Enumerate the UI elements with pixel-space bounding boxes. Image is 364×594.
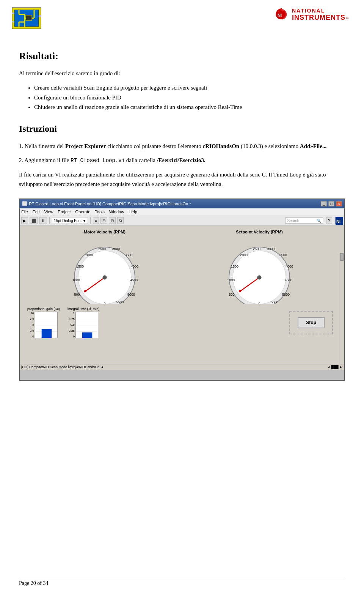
gauge2-label: Setpoint Velocity (RPM) (236, 230, 282, 234)
toolbar-resize-btn[interactable]: ⊡ (109, 217, 116, 224)
svg-text:3000: 3000 (112, 247, 120, 251)
svg-text:0: 0 (258, 302, 260, 304)
step1-bold2: cRIOHandsOn (203, 143, 240, 149)
bar-chart-proportional: proportional gain (Kc) 10 7.5 5 2.5 0 (27, 307, 60, 338)
window-menubar: File Edit View Project Operate Tools Win… (20, 208, 344, 216)
main-content: Risultati: Al termine dell'esercizio sar… (0, 47, 364, 403)
menu-project[interactable]: Project (58, 210, 71, 214)
toolbar-help-btn[interactable]: ? (326, 217, 332, 224)
svg-text:500: 500 (74, 293, 80, 296)
intro-text: Al termine dell'esercizio saremo in grad… (19, 69, 345, 78)
gauge1-label: Motor Velocity (RPM) (84, 230, 126, 234)
list-item: Creare delle variabili Scan Engine da pr… (34, 83, 345, 93)
step2-bold: /Esercizi/Esercizio3. (157, 157, 206, 163)
ni-national-text: NATIONAL (292, 8, 349, 14)
menu-file[interactable]: File (21, 210, 28, 214)
toolbar-stop-btn[interactable]: ⬛ (30, 217, 38, 224)
gauge-motor-velocity: Motor Velocity (RPM) 500 1000 1500 2000 … (69, 230, 141, 304)
toolbar-dist-btn[interactable]: ⊞ (100, 217, 107, 224)
toolbar-order-btn[interactable]: ⧉ (117, 217, 124, 224)
svg-text:1500: 1500 (231, 265, 238, 268)
scrollbar-right[interactable] (339, 252, 344, 364)
scrollbar-thumb[interactable] (340, 253, 344, 261)
window-toolbar: ▶ ⬛ ⏸ 15pt Dialog Font ▼ ≡ ⊞ ⊡ ⧉ Search … (20, 216, 344, 226)
window-controls[interactable]: _ □ ✕ (321, 201, 342, 206)
toolbar-sep2 (90, 217, 91, 224)
menu-view[interactable]: View (44, 210, 53, 214)
svg-text:3500: 3500 (125, 253, 132, 257)
svg-text:5500: 5500 (116, 300, 124, 304)
dropdown-arrow: ▼ (82, 219, 86, 223)
step1-text: Nella finestra del (25, 143, 65, 149)
front-panel: Motor Velocity (RPM) 500 1000 1500 2000 … (20, 226, 344, 370)
toolbar-search-box[interactable]: Search 🔍 (285, 217, 323, 224)
search-icon: 🔍 (317, 219, 321, 223)
bar-chart-integral: integral time (Ti, min) 1 0.75 0.5 0.25 … (67, 307, 99, 338)
svg-text:4500: 4500 (285, 278, 292, 282)
close-button[interactable]: ✕ (336, 201, 342, 206)
menu-tools[interactable]: Tools (95, 210, 105, 214)
menu-operate[interactable]: Operate (75, 210, 91, 214)
svg-rect-11 (39, 15, 41, 17)
svg-text:2000: 2000 (240, 253, 248, 257)
svg-rect-12 (26, 15, 32, 20)
toolbar-pause-btn[interactable]: ⏸ (39, 217, 47, 224)
svg-text:4500: 4500 (130, 278, 138, 282)
svg-point-48 (257, 276, 261, 279)
list-item: Configurare un blocco funzionale PID (34, 93, 345, 103)
step1-bold3: Add»File... (300, 143, 326, 149)
svg-rect-55 (42, 329, 52, 338)
step2-num: 2. (19, 157, 24, 163)
svg-rect-61 (82, 332, 92, 338)
gauges-row: Motor Velocity (RPM) 500 1000 1500 2000 … (20, 226, 344, 304)
window-title: RT Closed Loop.vi Front Panel on [HO] Co… (27, 202, 321, 206)
svg-text:2000: 2000 (85, 253, 93, 257)
svg-text:3000: 3000 (267, 247, 275, 251)
svg-point-49 (239, 290, 241, 292)
statusbar-scroll: ◄ ███ ► (327, 365, 343, 369)
menu-window[interactable]: Window (109, 210, 124, 214)
ni-logo: NI NATIONAL INSTRUMENTS ™ (275, 7, 349, 22)
toolbar-font-dropdown[interactable]: 15pt Dialog Font ▼ (52, 217, 88, 224)
step1-num: 1. (19, 143, 25, 149)
svg-text:5000: 5000 (127, 293, 135, 296)
list-item: Chiudere un anello di reazione grazie al… (34, 102, 345, 112)
bar2-label: integral time (Ti, min) (67, 307, 99, 311)
step-2: 2. Aggiungiamo il file RT Closed Loop.vi… (19, 156, 345, 165)
font-label: 15pt Dialog Font (54, 219, 82, 223)
page-header: NI NATIONAL INSTRUMENTS ™ (0, 0, 364, 35)
step2-suffix: dalla cartella (126, 157, 157, 163)
svg-text:4000: 4000 (286, 265, 293, 268)
toolbar-align-btn[interactable]: ≡ (93, 217, 99, 224)
toolbar-run-btn[interactable]: ▶ (21, 217, 28, 224)
step1-bold1: Project Explorer (65, 143, 106, 149)
svg-text:5500: 5500 (271, 300, 278, 304)
svg-text:1000: 1000 (227, 278, 235, 282)
para-1: Il file carica un VI realizzato parzialm… (19, 170, 345, 189)
step2-code: RT Closed Loop.vi (71, 158, 125, 164)
svg-rect-10 (12, 21, 14, 22)
step-1: 1. Nella finestra del Project Explorer c… (19, 142, 345, 151)
svg-text:0: 0 (104, 302, 105, 304)
maximize-button[interactable]: □ (328, 201, 334, 206)
ni-tm: ™ (346, 17, 349, 20)
search-placeholder: Search (287, 219, 299, 223)
stop-button[interactable]: Stop (298, 317, 325, 328)
svg-text:NI: NI (278, 13, 282, 17)
window-statusbar: [HO] CompactRIO Scan Mode.lvproj/cRIOHan… (20, 364, 344, 370)
minimize-button[interactable]: _ (321, 201, 327, 206)
step1-paren: (10.0.0.3) e selezioniamo (241, 143, 300, 149)
toolbar-ni-icon: NI (335, 217, 343, 224)
svg-text:5000: 5000 (282, 293, 290, 296)
svg-text:2500: 2500 (98, 247, 106, 251)
section-title: Risultati: (19, 50, 345, 62)
menu-help[interactable]: Help (129, 210, 137, 214)
svg-text:NI: NI (336, 219, 340, 224)
svg-point-32 (84, 290, 86, 292)
bar1-label: proportional gain (Kc) (27, 307, 60, 311)
istruzioni-title: Istruzioni (19, 124, 345, 134)
labview-logo (11, 7, 42, 31)
menu-edit[interactable]: Edit (33, 210, 40, 214)
statusbar-text: [HO] CompactRIO Scan Mode.lvproj/cRIOHan… (21, 365, 104, 369)
stop-button-area: Stop (286, 307, 337, 338)
